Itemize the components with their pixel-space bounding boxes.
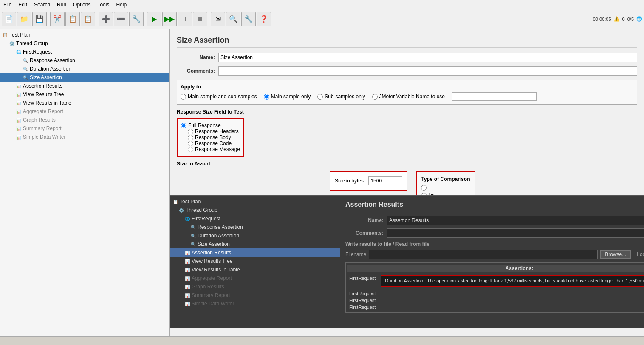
comparison-eq[interactable]: = [421, 185, 470, 191]
dark-name-input[interactable] [387, 216, 644, 225]
graph-results-icon: 📊 [15, 117, 22, 123]
comments-input[interactable] [218, 66, 637, 76]
toolbar-remove[interactable]: ➖ [114, 12, 128, 26]
comparison-title: Type of Comparison [421, 176, 470, 182]
dark-tree-simple-data-writer[interactable]: 📊 Simple Data Writer [170, 299, 340, 308]
size-bytes-box: Size in bytes: [330, 171, 407, 191]
dark-tree-graph-results[interactable]: 📊 Graph Results [170, 282, 340, 291]
toolbar: 📄 📁 💾 ✂️ 📋 📋 ➕ ➖ 🔧 ▶ ▶▶ ⏸ ⏹ ✉ 🔍 🔧 ❓ 00:0… [0, 9, 644, 29]
toolbar-run-no-pause[interactable]: ▶▶ [162, 12, 177, 26]
toolbar-settings[interactable]: 🔧 [129, 12, 144, 26]
menu-run[interactable]: Run [54, 1, 70, 9]
menu-edit[interactable]: Edit [15, 1, 31, 9]
toolbar-cut[interactable]: ✂️ [50, 12, 65, 26]
apply-main-only[interactable]: Main sample only [264, 94, 311, 100]
toolbar-paste[interactable]: 📋 [81, 12, 95, 26]
dark-tree-view-results-table[interactable]: 📊 View Results in Table [170, 265, 340, 274]
assertion-row-1: FirstRequest Duration Assertion : The op… [347, 275, 644, 288]
response-size-title: Response Size Field to Test [177, 109, 637, 115]
size-bytes-input[interactable] [368, 176, 402, 185]
dark-tree-summary-report[interactable]: 📊 Summary Report [170, 291, 340, 299]
response-body-option[interactable]: Response Body [188, 134, 240, 140]
tree-item-simple-data-writer[interactable]: 📊 Simple Data Writer [0, 133, 169, 141]
tree-item-view-results-tree[interactable]: 📊 View Results Tree [0, 90, 169, 99]
dark-tree-aggregate-report[interactable]: 📊 Aggregate Report [170, 274, 340, 282]
tree-item-summary-report[interactable]: 📊 Summary Report [0, 124, 169, 133]
dark-view-results-table-icon: 📊 [184, 266, 191, 273]
response-message-option[interactable]: Response Message [188, 146, 240, 152]
summary-report-icon: 📊 [15, 125, 22, 132]
tree-item-label: Test Plan [9, 32, 30, 38]
tree-item-size-assertion[interactable]: 🔍 Size Assertion [0, 73, 169, 82]
tree-item-aggregate-report[interactable]: 📊 Aggregate Report [0, 107, 169, 116]
dark-tree-view-results-tree[interactable]: 📊 View Results Tree [170, 257, 340, 265]
tree-item-view-results-table[interactable]: 📊 View Results in Table [0, 99, 169, 107]
size-bytes-label: Size in bytes: [335, 178, 365, 184]
tree-item-graph-results[interactable]: 📊 Graph Results [0, 116, 169, 124]
dark-tree-label: Response Assertion [198, 224, 243, 230]
menu-file[interactable]: File [0, 1, 15, 9]
toolbar-stop[interactable]: ⏸ [178, 12, 192, 26]
apply-jmeter-var[interactable]: JMeter Variable Name to use [372, 94, 445, 100]
toolbar-new[interactable]: 📄 [2, 12, 16, 26]
tree-item-first-request[interactable]: 🌐 FirstRequest [0, 48, 169, 56]
dark-tree-response-assertion[interactable]: 🔍 Response Assertion [170, 223, 340, 231]
dark-tree-thread-group[interactable]: ⚙️ Thread Group [170, 206, 340, 214]
statusbar [0, 336, 644, 345]
toolbar-copy[interactable]: 📋 [65, 12, 80, 26]
dark-tree-size-assertion[interactable]: 🔍 Size Assertion [170, 240, 340, 248]
dark-comments-input[interactable] [387, 228, 644, 238]
assertion-row-4: FirstRequest [347, 304, 644, 311]
dark-aggregate-report-icon: 📊 [184, 275, 191, 282]
dark-simple-data-writer-icon: 📊 [184, 300, 191, 307]
menu-search[interactable]: Search [31, 1, 54, 9]
response-headers-option[interactable]: Response Headers [188, 128, 240, 134]
tree-item-test-plan[interactable]: 📋 Test Plan [0, 31, 169, 39]
toolbar-open[interactable]: 📁 [17, 12, 31, 26]
dark-tree-first-request[interactable]: 🌐 FirstRequest [170, 214, 340, 223]
tree-item-label: Size Assertion [30, 74, 62, 80]
jmeter-var-input[interactable] [452, 92, 537, 101]
tree-item-label: View Results in Table [23, 100, 71, 106]
name-input[interactable] [218, 53, 637, 62]
tree-item-response-assertion[interactable]: 🔍 Response Assertion [0, 56, 169, 65]
toolbar-run[interactable]: ▶ [147, 12, 161, 26]
toolbar-search[interactable]: 🔍 [226, 12, 240, 26]
toolbar-email[interactable]: ✉ [211, 12, 225, 26]
response-size-section: Response Size Field to Test Full Respons… [177, 109, 637, 157]
apply-to-title: Apply to: [181, 84, 633, 90]
toolbar-add[interactable]: ➕ [99, 12, 113, 26]
dark-name-label: Name: [345, 217, 384, 223]
menu-tools[interactable]: Tools [94, 1, 113, 9]
dark-tree-assertion-results[interactable]: 📊 Assertion Results [170, 248, 340, 257]
toolbar-shutdown[interactable]: ⏹ [193, 12, 207, 26]
response-code-option[interactable]: Response Code [188, 140, 240, 146]
dark-tree-test-plan[interactable]: 📋 Test Plan [170, 197, 340, 206]
browse-button[interactable]: Browse... [600, 250, 631, 259]
menu-help[interactable]: Help [113, 1, 130, 9]
tree-item-label: Response Assertion [30, 57, 75, 63]
toolbar-clear[interactable]: 🔧 [241, 12, 256, 26]
tree-item-label: Aggregate Report [23, 108, 63, 114]
tree-item-duration-assertion[interactable]: 🔍 Duration Assertion [0, 65, 169, 73]
dark-summary-report-icon: 📊 [184, 292, 191, 299]
tree-item-assertion-results[interactable]: 📊 Assertion Results [0, 82, 169, 90]
filename-label: Filename [345, 251, 366, 257]
comments-label: Comments: [177, 68, 215, 74]
filename-input[interactable] [369, 250, 598, 259]
view-results-table-icon: 📊 [15, 100, 22, 106]
apply-main-sub[interactable]: Main sample and sub-samples [181, 94, 257, 100]
assertion-results-icon: 📊 [15, 83, 22, 89]
dark-tree-label: Size Assertion [198, 241, 230, 247]
apply-sub-only-label: Sub-samples only [325, 94, 365, 100]
tree-item-thread-group[interactable]: ⚙️ Thread Group [0, 39, 169, 48]
apply-sub-only[interactable]: Sub-samples only [317, 94, 365, 100]
dark-graph-results-icon: 📊 [184, 283, 191, 290]
dark-comments-label: Comments: [345, 230, 384, 236]
timer-display: 00:00:05 [593, 17, 611, 22]
toolbar-help[interactable]: ❓ [257, 12, 271, 26]
toolbar-save[interactable]: 💾 [32, 12, 47, 26]
menu-options[interactable]: Options [70, 1, 94, 9]
full-response-option[interactable]: Full Response [181, 123, 240, 128]
dark-tree-duration-assertion[interactable]: 🔍 Duration Assertion [170, 231, 340, 240]
